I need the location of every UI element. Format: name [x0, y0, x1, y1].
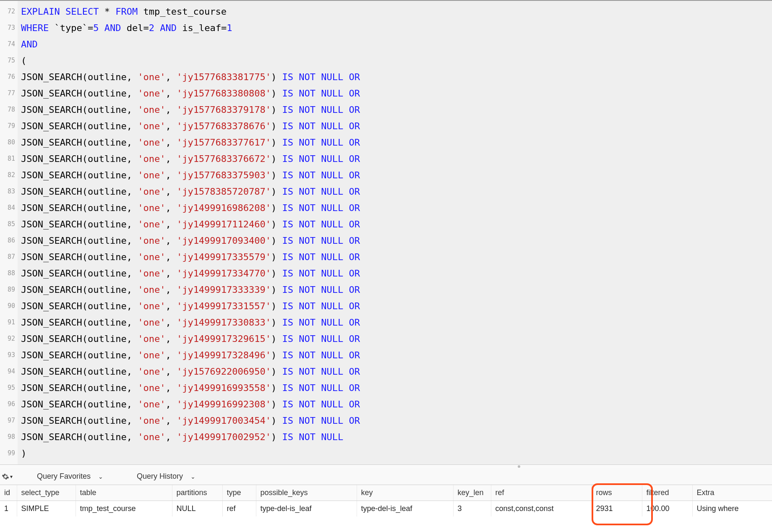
sql-string: 'jy1499917335579' — [177, 252, 271, 262]
code-line[interactable]: JSON_SEARCH(outline, 'one', 'jy149991698… — [21, 200, 772, 216]
horizontal-scroll-track[interactable] — [0, 465, 772, 468]
chevron-down-icon: ⌄ — [98, 473, 103, 480]
code-line[interactable]: JSON_SEARCH(outline, 'one', 'jy149991700… — [21, 412, 772, 429]
line-number: 80 — [0, 134, 15, 151]
sql-string: 'one' — [138, 154, 165, 164]
cell-type: ref — [222, 501, 256, 517]
column-header-possible_keys[interactable]: possible_keys — [256, 485, 357, 501]
sql-keyword: IS NOT NULL OR — [282, 137, 360, 148]
sql-keyword: IS NOT NULL OR — [282, 317, 360, 328]
code-line[interactable]: JSON_SEARCH(outline, 'one', 'jy149991709… — [21, 232, 772, 249]
sql-text: ) — [271, 88, 282, 99]
sql-string: 'one' — [138, 334, 165, 344]
column-header-ref[interactable]: ref — [491, 485, 592, 501]
column-header-extra[interactable]: Extra — [692, 485, 772, 501]
sql-text: ) — [271, 72, 282, 82]
sql-keyword: 5 — [93, 23, 99, 33]
code-content[interactable]: EXPLAIN SELECT * FROM tmp_test_courseWHE… — [18, 1, 772, 464]
sql-string: 'one' — [138, 121, 165, 131]
code-line[interactable]: JSON_SEARCH(outline, 'one', 'jy157692200… — [21, 363, 772, 380]
code-line[interactable]: JSON_SEARCH(outline, 'one', 'jy157768337… — [21, 118, 772, 134]
query-favorites-dropdown[interactable]: Query Favorites ⌄ — [33, 470, 107, 482]
sql-keyword: IS NOT NULL OR — [282, 203, 360, 213]
sql-text: JSON_SEARCH(outline, — [21, 317, 138, 328]
code-line[interactable]: JSON_SEARCH(outline, 'one', 'jy149991700… — [21, 429, 772, 445]
sql-text: , — [165, 235, 177, 246]
line-number: 75 — [0, 52, 15, 69]
sql-string: 'jy1577683380808' — [177, 88, 271, 99]
code-line[interactable]: JSON_SEARCH(outline, 'one', 'jy149991733… — [21, 249, 772, 265]
code-line[interactable]: ( — [21, 52, 772, 69]
code-line[interactable]: JSON_SEARCH(outline, 'one', 'jy157768337… — [21, 151, 772, 167]
sql-text: ) — [271, 432, 282, 442]
line-number: 94 — [0, 363, 15, 380]
sql-text: ) — [271, 366, 282, 377]
sql-keyword: AND — [160, 23, 177, 33]
sql-text: JSON_SEARCH(outline, — [21, 284, 138, 295]
sql-keyword: 2 — [149, 23, 154, 33]
gear-icon[interactable]: ▾ — [2, 473, 13, 480]
code-line[interactable]: JSON_SEARCH(outline, 'one', 'jy149991711… — [21, 216, 772, 232]
sql-text: JSON_SEARCH(outline, — [21, 399, 138, 409]
code-line[interactable]: WHERE `type`=5 AND del=2 AND is_leaf=1 — [21, 20, 772, 36]
cell-extra: Using where — [692, 501, 772, 517]
sql-text: JSON_SEARCH(outline, — [21, 366, 138, 377]
sql-text: , — [165, 219, 177, 229]
line-number: 76 — [0, 69, 15, 85]
sql-text: ) — [271, 186, 282, 197]
cell-table: tmp_test_course — [76, 501, 172, 517]
sql-string: 'jy1499917093400' — [177, 235, 271, 246]
line-number: 96 — [0, 396, 15, 412]
code-line[interactable]: JSON_SEARCH(outline, 'one', 'jy149991732… — [21, 331, 772, 347]
column-header-key_len[interactable]: key_len — [453, 485, 491, 501]
sql-text: ) — [271, 399, 282, 409]
sql-text: , — [165, 154, 177, 164]
sql-string: 'jy1577683375903' — [177, 170, 271, 180]
code-line[interactable]: JSON_SEARCH(outline, 'one', 'jy157768337… — [21, 134, 772, 151]
sql-keyword: 1 — [227, 23, 232, 33]
sql-text: ) — [271, 383, 282, 393]
code-line[interactable]: JSON_SEARCH(outline, 'one', 'jy149991733… — [21, 282, 772, 298]
code-line[interactable]: JSON_SEARCH(outline, 'one', 'jy149991733… — [21, 265, 772, 282]
code-line[interactable]: JSON_SEARCH(outline, 'one', 'jy157768338… — [21, 69, 772, 85]
code-line[interactable]: AND — [21, 36, 772, 52]
table-row[interactable]: 1SIMPLEtmp_test_courseNULLreftype-del-is… — [0, 501, 772, 517]
column-header-key[interactable]: key — [357, 485, 453, 501]
sql-string: 'jy1577683378676' — [177, 121, 271, 131]
query-history-dropdown[interactable]: Query History ⌄ — [133, 470, 200, 482]
column-header-type[interactable]: type — [222, 485, 256, 501]
column-header-partitions[interactable]: partitions — [172, 485, 222, 501]
code-line[interactable]: JSON_SEARCH(outline, 'one', 'jy149991699… — [21, 396, 772, 412]
sql-text: JSON_SEARCH(outline, — [21, 88, 138, 99]
line-number: 86 — [0, 232, 15, 249]
cell-possible_keys: type-del-is_leaf — [256, 501, 357, 517]
sql-text: , — [165, 252, 177, 262]
sql-text: , — [165, 72, 177, 82]
sql-keyword: IS NOT NULL OR — [282, 301, 360, 311]
code-line[interactable]: JSON_SEARCH(outline, 'one', 'jy149991733… — [21, 314, 772, 331]
code-line[interactable]: JSON_SEARCH(outline, 'one', 'jy149991733… — [21, 298, 772, 314]
column-header-select_type[interactable]: select_type — [17, 485, 76, 501]
code-line[interactable]: JSON_SEARCH(outline, 'one', 'jy149991699… — [21, 380, 772, 396]
column-header-rows[interactable]: rows — [592, 485, 642, 501]
sql-text: JSON_SEARCH(outline, — [21, 252, 138, 262]
sql-string: 'one' — [138, 399, 165, 409]
code-line[interactable]: EXPLAIN SELECT * FROM tmp_test_course — [21, 3, 772, 20]
code-line[interactable]: JSON_SEARCH(outline, 'one', 'jy157838572… — [21, 183, 772, 200]
explain-results-grid[interactable]: idselect_typetablepartitionstypepossible… — [0, 485, 772, 516]
line-number: 95 — [0, 380, 15, 396]
sql-text: , — [165, 317, 177, 328]
sql-text: ) — [271, 203, 282, 213]
sql-editor[interactable]: 7273747576777879808182838485868788899091… — [0, 0, 772, 465]
code-line[interactable]: JSON_SEARCH(outline, 'one', 'jy157768337… — [21, 167, 772, 183]
sql-text: JSON_SEARCH(outline, — [21, 72, 138, 82]
column-header-filtered[interactable]: filtered — [642, 485, 692, 501]
column-header-id[interactable]: id — [0, 485, 17, 501]
column-header-table[interactable]: table — [76, 485, 172, 501]
code-line[interactable]: JSON_SEARCH(outline, 'one', 'jy149991732… — [21, 347, 772, 363]
sql-text: ) — [271, 137, 282, 148]
code-line[interactable]: JSON_SEARCH(outline, 'one', 'jy157768338… — [21, 85, 772, 102]
code-line[interactable]: JSON_SEARCH(outline, 'one', 'jy157768337… — [21, 102, 772, 118]
line-number: 72 — [0, 3, 15, 20]
code-line[interactable]: ) — [21, 445, 772, 462]
